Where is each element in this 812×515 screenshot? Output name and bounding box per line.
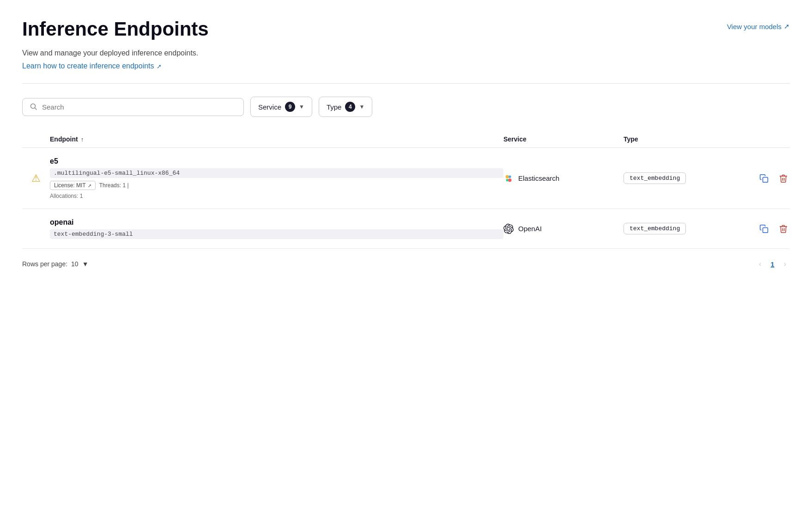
- rows-per-page[interactable]: Rows per page: 10 ▼: [22, 260, 89, 268]
- type-filter-count: 4: [345, 102, 355, 112]
- service-name-openai: OpenAI: [518, 225, 542, 233]
- type-filter-button[interactable]: Type 4 ▼: [319, 97, 372, 117]
- endpoint-info-openai: openai text-embedding-3-small: [50, 218, 503, 239]
- next-page-button[interactable]: ›: [780, 258, 790, 270]
- elasticsearch-icon: [503, 173, 514, 184]
- actions-cell-e5: [753, 172, 790, 185]
- svg-rect-6: [763, 177, 768, 182]
- current-page-number[interactable]: 1: [769, 260, 776, 268]
- status-col-header: [22, 135, 50, 143]
- table-row: ⚠ e5 .multilingual-e5-small_linux-x86_64…: [22, 148, 790, 209]
- search-icon: [30, 103, 37, 110]
- service-name-e5: Elasticsearch: [518, 174, 559, 182]
- svg-rect-7: [763, 227, 768, 233]
- page-subtitle: View and manage your deployed inference …: [22, 49, 790, 57]
- service-col-header: Service: [503, 135, 624, 143]
- table-header: Endpoint ↑ Service Type: [22, 131, 790, 148]
- type-cell-openai: text_embedding: [624, 223, 753, 234]
- prev-page-button[interactable]: ‹: [755, 258, 765, 270]
- actions-cell-openai: [753, 222, 790, 235]
- rows-per-page-chevron-icon: ▼: [82, 260, 89, 268]
- rows-per-page-value: 10: [71, 260, 79, 268]
- service-cell-openai: OpenAI: [503, 224, 624, 234]
- svg-point-5: [508, 178, 511, 182]
- external-link-icon-learn: ➚: [157, 63, 162, 70]
- svg-point-3: [509, 175, 511, 178]
- page-title: Inference Endpoints: [22, 18, 209, 40]
- type-badge-e5: text_embedding: [624, 172, 686, 184]
- search-box[interactable]: [22, 98, 244, 116]
- service-cell-e5: Elasticsearch: [503, 173, 624, 184]
- actions-col-header: [753, 135, 790, 143]
- pagination-controls: ‹ 1 ›: [755, 258, 790, 270]
- delete-button-e5[interactable]: [777, 172, 790, 185]
- type-filter-label: Type: [327, 103, 342, 111]
- type-badge-openai: text_embedding: [624, 223, 686, 234]
- page-header: Inference Endpoints View your models ➚: [22, 18, 790, 40]
- threads-e5: Threads: 1 |: [99, 182, 129, 189]
- license-badge-e5[interactable]: License: MIT ➚: [50, 181, 96, 190]
- rows-per-page-label: Rows per page:: [22, 260, 67, 268]
- filters-row: Service 9 ▼ Type 4 ▼: [22, 97, 790, 117]
- sort-icon: ↑: [81, 136, 84, 143]
- status-cell-e5: ⚠: [22, 172, 50, 184]
- endpoint-name-e5: e5: [50, 157, 503, 166]
- copy-button-openai[interactable]: [757, 222, 770, 235]
- endpoint-model-e5: .multilingual-e5-small_linux-x86_64: [50, 168, 503, 178]
- external-link-icon-license: ➚: [88, 183, 91, 188]
- endpoint-col-header[interactable]: Endpoint ↑: [50, 135, 503, 143]
- endpoints-table: Endpoint ↑ Service Type ⚠ e5 .multilingu…: [22, 131, 790, 249]
- openai-icon: [503, 224, 514, 234]
- service-filter-button[interactable]: Service 9 ▼: [250, 97, 312, 117]
- warning-icon: ⚠: [31, 172, 41, 184]
- section-divider: [22, 83, 790, 84]
- svg-line-1: [35, 108, 37, 110]
- search-input[interactable]: [42, 103, 236, 111]
- pagination-row: Rows per page: 10 ▼ ‹ 1 ›: [22, 249, 790, 270]
- type-cell-e5: text_embedding: [624, 172, 753, 184]
- delete-button-openai[interactable]: [777, 222, 790, 235]
- svg-point-2: [506, 175, 509, 178]
- endpoint-meta-e5: License: MIT ➚ Threads: 1 |: [50, 181, 503, 190]
- copy-button-e5[interactable]: [757, 172, 770, 185]
- service-filter-label: Service: [258, 103, 281, 111]
- table-row: openai text-embedding-3-small OpenAI tex…: [22, 209, 790, 249]
- endpoint-info-e5: e5 .multilingual-e5-small_linux-x86_64 L…: [50, 157, 503, 199]
- allocations-e5: Allocations: 1: [50, 193, 503, 199]
- type-chevron-down-icon: ▼: [359, 104, 364, 110]
- endpoint-model-openai: text-embedding-3-small: [50, 229, 503, 239]
- endpoint-name-openai: openai: [50, 218, 503, 227]
- service-filter-count: 9: [285, 102, 295, 112]
- view-models-link[interactable]: View your models ➚: [727, 22, 790, 31]
- external-link-icon: ➚: [784, 22, 790, 31]
- type-col-header: Type: [624, 135, 753, 143]
- learn-link[interactable]: Learn how to create inference endpoints …: [22, 62, 162, 70]
- service-chevron-down-icon: ▼: [299, 104, 304, 110]
